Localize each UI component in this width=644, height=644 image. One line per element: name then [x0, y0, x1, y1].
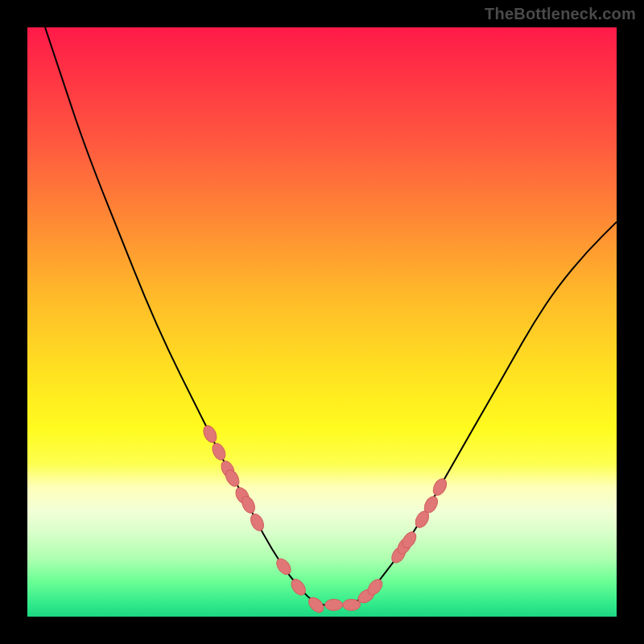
marker-group — [201, 423, 449, 615]
chart-stage: TheBottleneck.com — [0, 0, 644, 644]
curve-marker — [431, 477, 449, 497]
curve-marker — [201, 423, 219, 444]
watermark-credit: TheBottleneck.com — [485, 5, 636, 23]
curve-marker — [210, 441, 228, 462]
bottleneck-curve — [45, 27, 617, 605]
curve-marker — [343, 599, 361, 610]
curve-marker — [248, 512, 266, 533]
curve-marker — [274, 556, 293, 577]
curve-marker — [325, 599, 343, 610]
plot-area — [27, 27, 617, 617]
plot-svg — [27, 27, 617, 617]
